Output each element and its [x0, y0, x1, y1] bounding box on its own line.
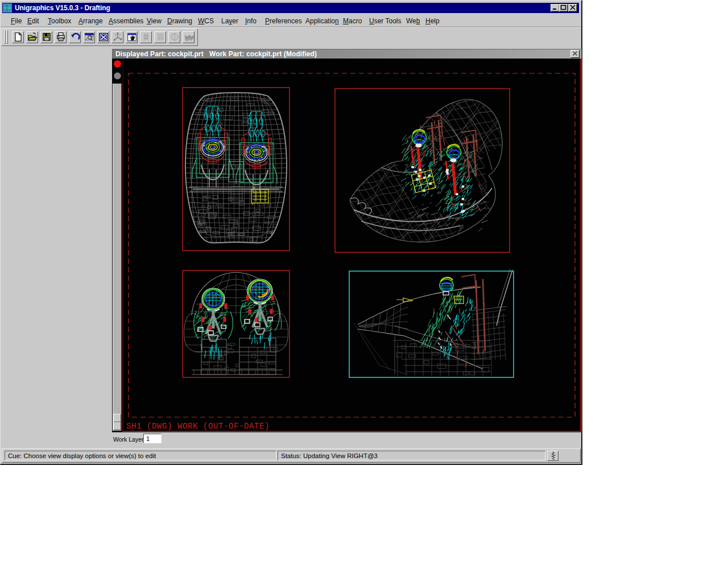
- svg-text:SH1 (DWG) WORK (OUT-OF-DATE): SH1 (DWG) WORK (OUT-OF-DATE): [126, 422, 270, 431]
